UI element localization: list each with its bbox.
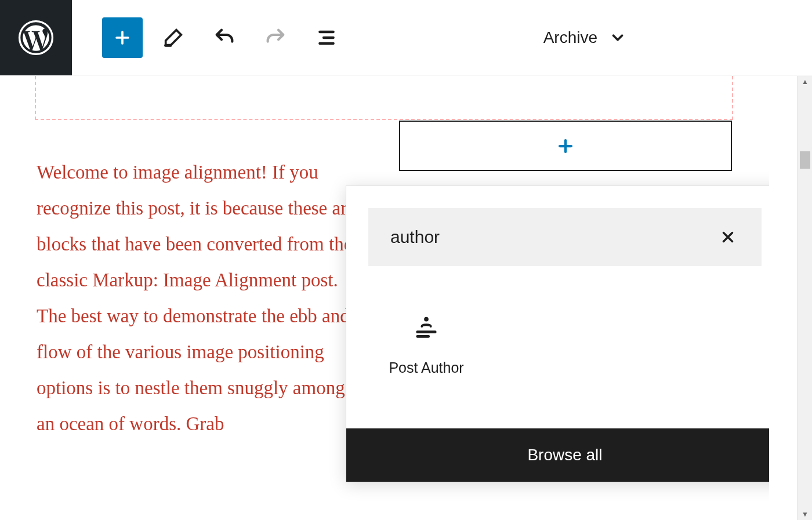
- chevron-down-icon: [609, 29, 626, 46]
- document-title-dropdown[interactable]: Archive: [543, 28, 812, 47]
- block-search-field[interactable]: [368, 208, 762, 266]
- block-option-post-author[interactable]: Post Author: [368, 289, 484, 399]
- plus-icon: [556, 136, 575, 156]
- pencil-icon: [162, 26, 185, 49]
- scroll-up-arrow[interactable]: ▲: [798, 76, 812, 88]
- undo-icon: [213, 26, 236, 49]
- list-view-icon: [315, 26, 338, 49]
- clear-search-button[interactable]: [716, 226, 740, 249]
- template-part-diagonal: [607, 76, 734, 122]
- redo-button[interactable]: [255, 17, 296, 58]
- vertical-scrollbar[interactable]: ▲ ▼: [797, 76, 812, 520]
- edit-tools-button[interactable]: [153, 17, 194, 58]
- toggle-block-inserter-button[interactable]: [102, 17, 143, 58]
- paragraph-text: Welcome to image alignment! If you recog…: [37, 162, 356, 434]
- undo-button[interactable]: [204, 17, 245, 58]
- block-search-results: Post Author: [346, 278, 769, 428]
- plus-icon: [113, 28, 132, 48]
- wordpress-logo-icon: [18, 20, 54, 56]
- block-option-label: Post Author: [389, 359, 463, 376]
- scroll-down-arrow[interactable]: ▼: [798, 508, 812, 520]
- block-appender-button[interactable]: [399, 121, 732, 171]
- close-icon: [719, 228, 737, 246]
- document-title-label: Archive: [543, 28, 597, 47]
- post-author-icon: [412, 313, 441, 342]
- quick-inserter-popover: Post Author Browse all: [346, 186, 769, 482]
- post-content-paragraph[interactable]: Welcome to image alignment! If you recog…: [37, 154, 361, 442]
- editor-canvas: Welcome to image alignment! If you recog…: [0, 76, 769, 520]
- wordpress-logo-button[interactable]: [0, 0, 72, 75]
- browse-all-label: Browse all: [527, 446, 602, 464]
- redo-icon: [264, 26, 287, 49]
- block-search-input[interactable]: [390, 227, 716, 247]
- document-overview-button[interactable]: [306, 17, 347, 58]
- svg-point-1: [424, 317, 429, 321]
- editor-top-toolbar: Archive: [0, 0, 812, 75]
- scroll-thumb[interactable]: [800, 151, 810, 169]
- browse-all-button[interactable]: Browse all: [346, 428, 769, 482]
